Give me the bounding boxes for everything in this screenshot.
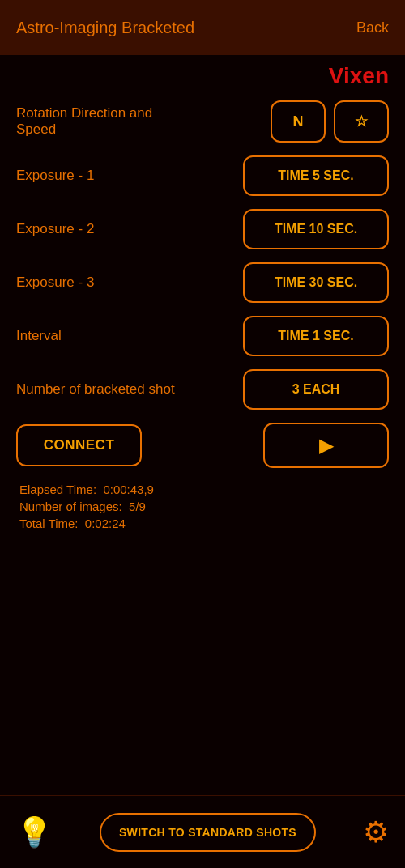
- elapsed-label: Elapsed Time:: [19, 483, 103, 496]
- exposure1-row: Exposure - 1 TIME 5 SEC.: [16, 155, 389, 196]
- connect-button[interactable]: CONNECT: [16, 424, 142, 466]
- header: Astro-Imaging Bracketed Back: [0, 0, 405, 55]
- switch-to-standard-shots-button[interactable]: SWITCH TO STANDARD SHOTS: [100, 813, 316, 852]
- gear-icon[interactable]: ⚙: [363, 815, 389, 849]
- rotation-star-button[interactable]: ☆: [334, 100, 389, 143]
- bottom-bar: 💡 SWITCH TO STANDARD SHOTS ⚙: [0, 795, 405, 868]
- bracketed-button[interactable]: 3 EACH: [243, 369, 389, 410]
- total-label: Total Time:: [19, 517, 85, 530]
- rotation-row: Rotation Direction and Speed N ☆: [16, 100, 389, 143]
- exposure2-row: Exposure - 2 TIME 10 SEC.: [16, 209, 389, 249]
- lightbulb-icon: 💡: [16, 815, 53, 849]
- action-row: CONNECT ▶: [16, 423, 389, 468]
- exposure1-label: Exposure - 1: [16, 168, 178, 184]
- exposure3-button[interactable]: TIME 30 SEC.: [243, 262, 389, 303]
- exposure3-label: Exposure - 3: [16, 274, 178, 291]
- main-content: Rotation Direction and Speed N ☆ Exposur…: [0, 92, 405, 542]
- rotation-n-button[interactable]: N: [271, 100, 326, 143]
- interval-button[interactable]: TIME 1 SEC.: [243, 316, 389, 356]
- images-line: Number of images: 5/9: [16, 500, 389, 513]
- elapsed-time-line: Elapsed Time: 0:00:43,9: [16, 483, 389, 496]
- app-title: Astro-Imaging Bracketed: [16, 19, 194, 37]
- total-value: 0:02:24: [85, 517, 126, 530]
- bracketed-row: Number of bracketed shot 3 EACH: [16, 369, 389, 410]
- back-button[interactable]: Back: [356, 19, 389, 36]
- exposure2-label: Exposure - 2: [16, 221, 178, 237]
- elapsed-value: 0:00:43,9: [103, 483, 154, 496]
- images-label: Number of images:: [19, 500, 129, 513]
- exposure3-row: Exposure - 3 TIME 30 SEC.: [16, 262, 389, 303]
- bracketed-label: Number of bracketed shot: [16, 381, 178, 398]
- interval-label: Interval: [16, 328, 178, 344]
- play-button[interactable]: ▶: [263, 423, 389, 468]
- play-icon: ▶: [319, 434, 334, 457]
- interval-row: Interval TIME 1 SEC.: [16, 316, 389, 356]
- rotation-buttons: N ☆: [271, 100, 389, 143]
- total-time-line: Total Time: 0:02:24: [16, 517, 389, 530]
- exposure2-button[interactable]: TIME 10 SEC.: [243, 209, 389, 249]
- exposure1-button[interactable]: TIME 5 SEC.: [243, 155, 389, 196]
- vixen-logo: Vixen: [0, 55, 405, 92]
- rotation-label: Rotation Direction and Speed: [16, 105, 178, 138]
- images-value: 5/9: [129, 500, 146, 513]
- stats-section: Elapsed Time: 0:00:43,9 Number of images…: [16, 479, 389, 530]
